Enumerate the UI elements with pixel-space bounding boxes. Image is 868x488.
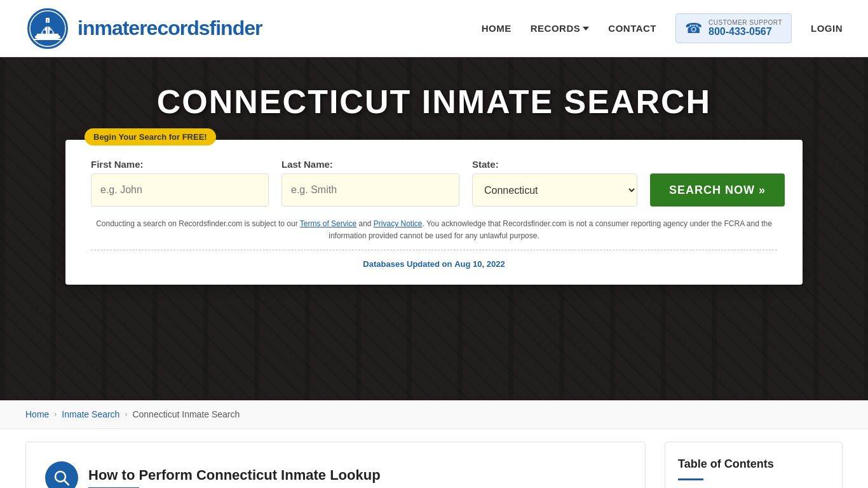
last-name-group: Last Name:	[281, 159, 459, 207]
nav-home[interactable]: HOME	[482, 23, 512, 34]
svg-rect-8	[54, 30, 57, 34]
support-number: 800-433-0567	[709, 26, 782, 37]
breadcrumb: Home › Inmate Search › Connecticut Inmat…	[0, 400, 868, 429]
article-header: How to Perform Connecticut Inmate Lookup	[45, 461, 626, 488]
search-fields: First Name: Last Name: State: Connecticu…	[91, 159, 777, 207]
breadcrumb-inmate-search[interactable]: Inmate Search	[62, 409, 119, 419]
support-label: CUSTOMER SUPPORT	[709, 19, 782, 26]
state-label: State:	[472, 159, 637, 170]
svg-rect-9	[35, 37, 60, 38]
toc-title: Table of Contents	[678, 458, 829, 471]
main-content: How to Perform Connecticut Inmate Lookup…	[0, 429, 868, 488]
breadcrumb-sep-2: ›	[125, 410, 127, 419]
svg-rect-10	[33, 39, 62, 40]
main-nav: HOME RECORDS CONTACT ☎ CUSTOMER SUPPORT …	[482, 13, 843, 43]
phone-icon: ☎	[685, 20, 702, 37]
terms-link[interactable]: Terms of Service	[300, 219, 356, 228]
site-header: inmaterecordsfinder HOME RECORDS CONTACT…	[0, 0, 868, 57]
search-box: Begin Your Search for FREE! First Name: …	[65, 140, 803, 285]
hero-section: CONNECTICUT INMATE SEARCH Begin Your Sea…	[0, 57, 868, 400]
state-select[interactable]: Connecticut Alabama Alaska Arizona Calif…	[472, 173, 637, 207]
customer-support-button[interactable]: ☎ CUSTOMER SUPPORT 800-433-0567	[675, 13, 792, 43]
state-group: State: Connecticut Alabama Alaska Arizon…	[472, 159, 637, 207]
db-updated: Databases Updated on Aug 10, 2022	[91, 250, 777, 269]
logo[interactable]: inmaterecordsfinder	[25, 6, 262, 51]
last-name-input[interactable]	[281, 173, 459, 207]
free-badge: Begin Your Search for FREE!	[85, 128, 216, 146]
hero-title: CONNECTICUT INMATE SEARCH	[157, 83, 711, 121]
nav-records[interactable]: RECORDS	[531, 23, 590, 34]
article: How to Perform Connecticut Inmate Lookup…	[25, 442, 646, 488]
search-circle-icon	[45, 461, 78, 488]
privacy-link[interactable]: Privacy Notice	[374, 219, 423, 228]
logo-text: inmaterecordsfinder	[78, 17, 262, 40]
article-title: How to Perform Connecticut Inmate Lookup	[88, 467, 381, 484]
nav-login[interactable]: LOGIN	[811, 23, 843, 34]
table-of-contents: Table of Contents › How to Perform Conne…	[665, 442, 843, 488]
toc-divider	[678, 478, 703, 480]
breadcrumb-sep-1: ›	[54, 410, 57, 419]
first-name-label: First Name:	[91, 159, 269, 170]
last-name-label: Last Name:	[281, 159, 459, 170]
logo-icon	[25, 6, 70, 51]
search-button[interactable]: SEARCH NOW »	[650, 173, 785, 207]
disclaimer-text: Conducting a search on Recordsfinder.com…	[91, 218, 777, 242]
svg-rect-3	[37, 34, 58, 37]
breadcrumb-home[interactable]: Home	[25, 409, 49, 419]
first-name-input[interactable]	[91, 173, 269, 207]
svg-line-17	[64, 480, 69, 485]
nav-contact[interactable]: CONTACT	[608, 23, 656, 34]
first-name-group: First Name:	[91, 159, 269, 207]
chevron-down-icon	[583, 27, 589, 30]
svg-rect-5	[39, 30, 41, 34]
breadcrumb-current: Connecticut Inmate Search	[132, 409, 240, 419]
